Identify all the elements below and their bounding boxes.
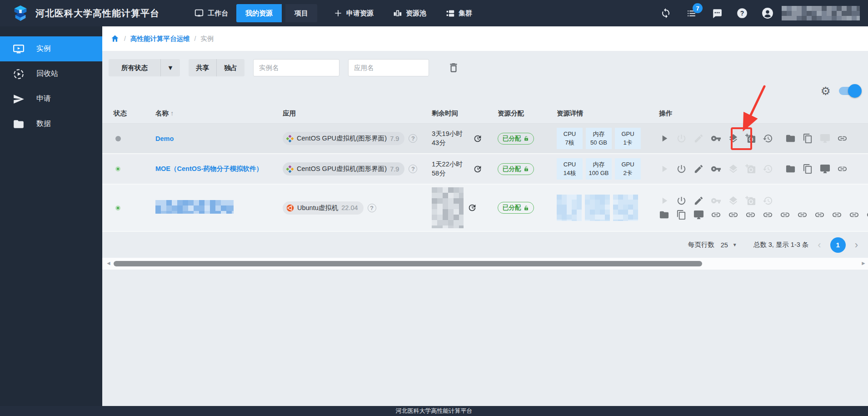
layers-action-icon — [728, 164, 738, 174]
history-action-icon[interactable] — [763, 133, 773, 144]
view-toggle-switch[interactable] — [839, 87, 861, 95]
page-number-button[interactable]: 1 — [830, 237, 846, 253]
centos-logo-icon — [286, 165, 294, 173]
link-action-icon[interactable] — [849, 210, 859, 220]
notification-badge: 7 — [693, 3, 703, 13]
app-help-icon[interactable]: ? — [409, 165, 417, 173]
sidebar: 实例 回收站 申请 数据 — [0, 26, 102, 406]
paper-plane-icon — [13, 93, 25, 105]
workbench-icon — [194, 8, 204, 18]
sidebar-item-instances[interactable]: 实例 — [0, 36, 102, 61]
pagination-summary: 总数 3, 显示 1-3 条 — [753, 241, 809, 249]
status-dropdown[interactable]: 所有状态 ▼ — [109, 59, 180, 76]
user-avatar[interactable] — [762, 7, 773, 19]
nav-my-resources[interactable]: 我的资源 — [236, 4, 282, 22]
col-name[interactable]: 名称 ↑ — [155, 109, 283, 118]
link-action-icon[interactable] — [814, 210, 825, 220]
chat-icon — [711, 8, 723, 19]
top-navbar: 河北医科大学高性能计算平台 工作台 我的资源 项目 申请资源 资源池 — [0, 0, 868, 26]
remaining-time-blurred — [432, 187, 464, 228]
instance-name-link[interactable]: MOE（CentOS-药物分子模拟软件） — [155, 165, 263, 172]
messages-button[interactable] — [711, 7, 723, 19]
allocation-badge: 已分配 — [498, 133, 534, 145]
table-settings-bar: ⚙ — [102, 84, 868, 98]
link-action-icon[interactable] — [711, 210, 721, 220]
link-action-icon[interactable] — [866, 210, 868, 220]
key-action-icon[interactable] — [711, 133, 721, 144]
instance-name-link[interactable]: Demo — [155, 135, 174, 142]
resource-chip: 内存50 GB — [586, 128, 612, 150]
renew-time-icon[interactable] — [467, 203, 477, 213]
sidebar-item-data[interactable]: 数据 — [0, 111, 102, 136]
task-list-button[interactable]: 7 — [685, 7, 697, 19]
platform-title: 河北医科大学高性能计算平台 — [35, 7, 160, 20]
link-action-icon[interactable] — [837, 133, 848, 144]
copy-action-icon[interactable] — [676, 210, 687, 220]
gear-icon[interactable]: ⚙ — [821, 85, 831, 97]
power-action-icon[interactable] — [676, 164, 687, 174]
copy-action-icon[interactable] — [803, 164, 813, 174]
operations — [659, 133, 868, 144]
camera-action-icon — [745, 164, 756, 174]
sidebar-item-apply[interactable]: 申请 — [0, 86, 102, 111]
refresh-button[interactable] — [660, 7, 672, 19]
nav-resource-pool[interactable]: 资源池 — [388, 4, 431, 23]
nav-cluster[interactable]: 集群 — [441, 4, 477, 23]
rows-per-page-label: 每页行数 — [688, 241, 714, 249]
link-action-icon[interactable] — [728, 210, 738, 220]
link-action-icon[interactable] — [832, 210, 842, 220]
edit-action-icon[interactable] — [693, 195, 704, 206]
app-help-icon[interactable]: ? — [409, 134, 417, 143]
help-button[interactable]: ? — [736, 7, 748, 19]
monitor-action-icon[interactable] — [820, 164, 830, 174]
table-header: 状态 名称 ↑ 应用 剩余时间 资源分配 资源详情 操作 — [102, 104, 868, 124]
renew-time-icon[interactable] — [473, 164, 483, 174]
link-action-icon[interactable] — [837, 164, 848, 174]
help-icon: ? — [736, 7, 748, 19]
status-dot-running — [115, 205, 120, 211]
col-remaining: 剩余时间 — [432, 109, 498, 118]
power-action-icon[interactable] — [676, 195, 687, 206]
remaining-time: 1天22小时58分 — [432, 160, 469, 178]
lock-icon — [524, 166, 529, 172]
edit-action-icon[interactable] — [693, 164, 704, 174]
breadcrumb-link[interactable]: 高性能计算平台运维 — [130, 35, 190, 43]
folder-action-icon[interactable] — [659, 210, 669, 220]
resource-chip: 内存100 GB — [586, 158, 612, 180]
link-action-icon[interactable] — [780, 210, 790, 220]
next-page-button[interactable]: › — [852, 240, 861, 250]
shared-button[interactable]: 共享 — [189, 59, 216, 76]
link-action-icon[interactable] — [763, 210, 773, 220]
app-help-icon[interactable]: ? — [368, 204, 376, 212]
col-operations: 操作 — [659, 109, 868, 118]
copy-action-icon[interactable] — [803, 133, 813, 144]
rows-per-page-select[interactable]: 25 — [721, 241, 728, 249]
link-action-icon[interactable] — [745, 210, 756, 220]
sort-ascending-icon: ↑ — [170, 110, 174, 117]
nav-apply-resources[interactable]: 申请资源 — [329, 4, 378, 22]
scrollbar-thumb[interactable] — [114, 261, 702, 266]
breadcrumb-current: 实例 — [200, 35, 214, 43]
folder-action-icon[interactable] — [785, 133, 796, 144]
app-name-input[interactable] — [348, 59, 429, 76]
clear-filters-trash-icon[interactable] — [448, 62, 459, 74]
scroll-right-arrow[interactable]: ► — [861, 260, 866, 266]
scroll-left-arrow[interactable]: ◄ — [106, 260, 111, 266]
prev-page-button[interactable]: ‹ — [815, 240, 823, 250]
status-dot-stopped — [115, 136, 121, 141]
link-action-icon[interactable] — [797, 210, 808, 220]
ubuntu-logo-icon — [286, 204, 294, 212]
folder-action-icon[interactable] — [785, 164, 796, 174]
monitor-action-icon[interactable] — [693, 210, 704, 220]
chevron-down-icon: ▼ — [161, 59, 180, 76]
home-icon[interactable] — [110, 34, 120, 43]
instance-name-input[interactable] — [253, 59, 339, 76]
nav-workbench[interactable]: 工作台 — [190, 4, 233, 23]
renew-time-icon[interactable] — [473, 134, 483, 144]
sidebar-item-recycle-bin[interactable]: 回收站 — [0, 61, 102, 86]
nav-projects[interactable]: 项目 — [285, 4, 317, 22]
lock-icon — [524, 205, 529, 211]
exclusive-button[interactable]: 独占 — [217, 59, 244, 76]
key-action-icon[interactable] — [711, 164, 721, 174]
play-action-icon[interactable] — [659, 133, 669, 144]
